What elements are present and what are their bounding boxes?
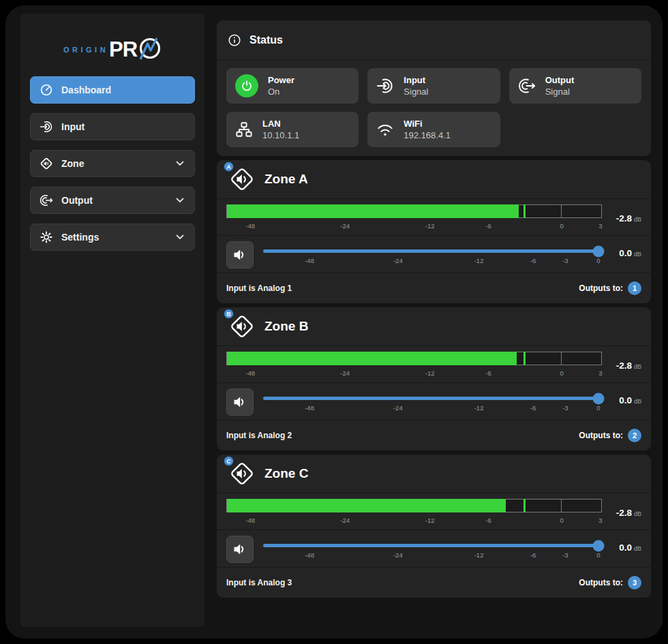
- volume-slider[interactable]: [263, 397, 602, 400]
- zone-input-label: Input is Analog 3: [226, 578, 292, 587]
- zone-footer: Input is Analog 1 Outputs to: 1: [217, 273, 651, 303]
- tick-label: -24: [340, 222, 350, 230]
- tick-label: -3: [562, 257, 568, 264]
- sidebar-item-dashboard[interactable]: Dashboard: [30, 76, 195, 104]
- volume-value-number: 0.0: [619, 248, 632, 258]
- level-meter-peak: [523, 204, 526, 218]
- brand-logo: ORIGIN PR: [30, 23, 195, 76]
- wifi-icon: [376, 121, 394, 138]
- sidebar-item-settings[interactable]: Settings: [30, 224, 195, 251]
- status-card-output[interactable]: Output Signal: [509, 68, 641, 104]
- level-meter-zero-line: [561, 500, 562, 512]
- zone-input-label: Input is Analog 2: [226, 431, 292, 440]
- output-number-badge[interactable]: 3: [628, 576, 641, 589]
- app-shell: ORIGIN PR Dashboard Input Zone Output: [5, 5, 663, 639]
- volume-value-unit: dB: [634, 251, 641, 258]
- tick-label: -6: [485, 369, 491, 377]
- zone-header: B Zone B: [217, 307, 651, 346]
- tick-label: -48: [305, 551, 314, 559]
- zone-panel-c: C Zone C -48 -24: [217, 455, 651, 598]
- speaker-icon: [232, 247, 248, 263]
- tick-label: 0: [560, 222, 563, 230]
- tick-label: 0: [596, 551, 600, 559]
- sidebar-item-output[interactable]: Output: [30, 187, 195, 214]
- card-name: Power: [268, 75, 294, 85]
- output-number-badge[interactable]: 2: [628, 429, 641, 442]
- tick-label: -6: [530, 551, 536, 559]
- volume-slider[interactable]: [263, 544, 602, 547]
- status-card-lan[interactable]: LAN 10.10.1.1: [226, 112, 359, 147]
- tick-label: -6: [485, 222, 491, 230]
- tick-label: -12: [474, 551, 484, 559]
- tick-label: -24: [393, 404, 403, 412]
- tick-label: -12: [425, 222, 435, 230]
- lan-icon: [235, 121, 253, 138]
- status-card-wifi[interactable]: WiFi 192.168.4.1: [367, 112, 500, 147]
- tick-label: -48: [245, 222, 255, 230]
- logo-pro-text: PR: [109, 37, 138, 61]
- info-icon: [228, 33, 241, 47]
- volume-section: -48 -24 -12 -6 -3 0 0.0dB: [217, 530, 651, 567]
- status-card-power[interactable]: Power On: [226, 68, 359, 104]
- sidebar-item-label: Dashboard: [61, 85, 185, 95]
- outputs-to-label: Outputs to:: [579, 283, 623, 293]
- zone-title: Zone C: [264, 466, 308, 481]
- level-meter-section: -48 -24 -12 -6 0 3 -2.8dB: [217, 493, 651, 530]
- mute-button[interactable]: [226, 388, 254, 416]
- zone-input-label: Input is Analog 1: [226, 283, 292, 293]
- mute-button[interactable]: [226, 241, 254, 269]
- status-panel: Status Power On: [217, 20, 651, 156]
- sidebar-item-label: Settings: [61, 232, 166, 243]
- speaker-icon: [232, 394, 248, 410]
- zone-badge: A: [224, 162, 234, 172]
- tick-label: 0: [596, 257, 600, 264]
- volume-scale: -48 -24 -12 -6 -3 0: [263, 256, 602, 266]
- chevron-down-icon: [174, 195, 185, 206]
- meter-value-unit: dB: [634, 216, 641, 223]
- output-icon: [518, 77, 536, 95]
- sidebar-item-input[interactable]: Input: [30, 113, 195, 140]
- status-card-input[interactable]: Input Signal: [367, 68, 500, 104]
- meter-value-unit: dB: [634, 363, 641, 370]
- level-meter-section: -48 -24 -12 -6 0 3 -2.8dB: [217, 199, 651, 235]
- tick-label: -6: [485, 517, 491, 524]
- tick-label: -48: [245, 517, 255, 524]
- card-value: Signal: [404, 87, 428, 97]
- output-number-badge[interactable]: 1: [628, 281, 641, 295]
- tick-label: -6: [530, 404, 536, 412]
- level-meter-section: -48 -24 -12 -6 0 3 -2.8dB: [217, 346, 651, 382]
- tick-label: 3: [598, 222, 602, 230]
- card-value: Signal: [545, 87, 575, 97]
- sidebar-item-zone[interactable]: Zone: [30, 150, 195, 177]
- mute-button[interactable]: [226, 536, 254, 563]
- level-meter-fill: [227, 204, 519, 218]
- volume-value: 0.0dB: [602, 241, 641, 259]
- level-meter-peak: [523, 352, 526, 365]
- tick-label: -12: [425, 517, 435, 524]
- input-icon: [40, 120, 53, 134]
- volume-scale: -48 -24 -12 -6 -3 0: [263, 550, 602, 560]
- volume-slider[interactable]: [263, 249, 602, 253]
- zone-title: Zone B: [264, 319, 308, 334]
- card-name: LAN: [262, 119, 299, 129]
- zone-badge: B: [224, 309, 234, 319]
- level-meter: [226, 352, 602, 365]
- tick-label: 0: [560, 369, 563, 377]
- tick-label: -48: [245, 369, 255, 377]
- tick-label: 3: [598, 369, 602, 377]
- level-meter-peak: [523, 499, 526, 512]
- meter-value: -2.8dB: [602, 506, 641, 519]
- tick-label: -12: [474, 257, 484, 264]
- zone-header: C Zone C: [217, 455, 651, 493]
- gear-icon: [40, 230, 53, 244]
- tick-label: 0: [560, 517, 563, 524]
- zone-header: A Zone A: [217, 160, 651, 198]
- zone-panel-a: A Zone A -48 -24: [217, 160, 651, 303]
- tick-label: 3: [598, 517, 602, 524]
- volume-section: -48 -24 -12 -6 -3 0 0.0dB: [217, 236, 651, 273]
- input-icon: [376, 77, 394, 95]
- tick-label: -12: [474, 404, 484, 412]
- volume-value-unit: dB: [634, 398, 641, 405]
- card-value: On: [268, 87, 294, 97]
- zone-badge: C: [224, 456, 234, 466]
